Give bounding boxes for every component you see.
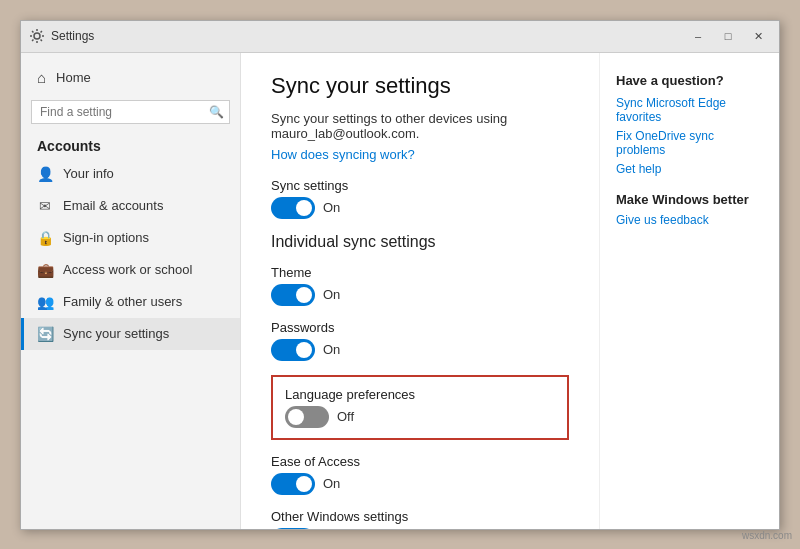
maximize-button[interactable]: □ xyxy=(715,26,741,46)
language-status: Off xyxy=(337,409,354,424)
family-users-icon: 👥 xyxy=(37,294,53,310)
title-bar-controls: – □ ✕ xyxy=(685,26,771,46)
language-toggle-row: Off xyxy=(285,406,555,428)
sync-edge-favorites-link[interactable]: Sync Microsoft Edge favorites xyxy=(616,96,763,124)
svg-point-0 xyxy=(34,33,40,39)
passwords-toggle[interactable] xyxy=(271,339,315,361)
settings-window: Settings – □ ✕ ⌂ Home 🔍 Accounts 👤 Your … xyxy=(20,20,780,530)
theme-toggle-row: On xyxy=(271,284,569,306)
content-area: ⌂ Home 🔍 Accounts 👤 Your info ✉ Email & … xyxy=(21,53,779,529)
help-title: Have a question? xyxy=(616,73,763,88)
sync-settings-row: Sync settings On xyxy=(271,178,569,219)
sidebar-item-label-family-users: Family & other users xyxy=(63,294,182,309)
title-bar: Settings – □ ✕ xyxy=(21,21,779,53)
individual-sync-title: Individual sync settings xyxy=(271,233,569,251)
sidebar-item-family-users[interactable]: 👥 Family & other users xyxy=(21,286,240,318)
sidebar: ⌂ Home 🔍 Accounts 👤 Your info ✉ Email & … xyxy=(21,53,241,529)
sign-in-icon: 🔒 xyxy=(37,230,53,246)
improve-title: Make Windows better xyxy=(616,192,763,207)
language-label: Language preferences xyxy=(285,387,555,402)
other-windows-label: Other Windows settings xyxy=(271,509,569,524)
sync-settings-label: Sync settings xyxy=(271,178,569,193)
theme-status: On xyxy=(323,287,340,302)
sidebar-home-button[interactable]: ⌂ Home xyxy=(21,61,240,94)
ease-toggle-thumb xyxy=(296,476,312,492)
ease-label: Ease of Access xyxy=(271,454,569,469)
close-button[interactable]: ✕ xyxy=(745,26,771,46)
theme-row: Theme On xyxy=(271,265,569,306)
right-panel: Have a question? Sync Microsoft Edge fav… xyxy=(599,53,779,529)
ease-row: Ease of Access On xyxy=(271,454,569,495)
page-title: Sync your settings xyxy=(271,73,569,99)
search-icon: 🔍 xyxy=(209,105,224,119)
home-label: Home xyxy=(56,70,91,85)
sidebar-item-access-work[interactable]: 💼 Access work or school xyxy=(21,254,240,286)
sidebar-item-sign-in[interactable]: 🔒 Sign-in options xyxy=(21,222,240,254)
theme-toggle[interactable] xyxy=(271,284,315,306)
passwords-toggle-row: On xyxy=(271,339,569,361)
sidebar-item-sync-settings[interactable]: 🔄 Sync your settings xyxy=(21,318,240,350)
ease-status: On xyxy=(323,476,340,491)
home-icon: ⌂ xyxy=(37,69,46,86)
main-content: Sync your settings Sync your settings to… xyxy=(241,53,599,529)
sidebar-search-container: 🔍 xyxy=(31,100,230,124)
sidebar-item-label-your-info: Your info xyxy=(63,166,114,181)
passwords-row: Passwords On xyxy=(271,320,569,361)
sync-description: Sync your settings to other devices usin… xyxy=(271,111,569,141)
fix-onedrive-link[interactable]: Fix OneDrive sync problems xyxy=(616,129,763,157)
watermark: wsxdn.com xyxy=(742,530,792,541)
language-toggle-thumb xyxy=(288,409,304,425)
sync-settings-status: On xyxy=(323,200,340,215)
ease-toggle[interactable] xyxy=(271,473,315,495)
sidebar-item-label-sync-settings: Sync your settings xyxy=(63,326,169,341)
title-bar-title: Settings xyxy=(51,29,94,43)
sync-settings-toggle-row: On xyxy=(271,197,569,219)
settings-window-icon xyxy=(29,28,45,44)
other-windows-toggle[interactable] xyxy=(271,528,315,529)
other-windows-row: Other Windows settings On xyxy=(271,509,569,529)
theme-label: Theme xyxy=(271,265,569,280)
sync-settings-icon: 🔄 xyxy=(37,326,53,342)
language-toggle[interactable] xyxy=(285,406,329,428)
search-input[interactable] xyxy=(31,100,230,124)
sidebar-item-email-accounts[interactable]: ✉ Email & accounts xyxy=(21,190,240,222)
sidebar-item-your-info[interactable]: 👤 Your info xyxy=(21,158,240,190)
language-highlighted-row: Language preferences Off xyxy=(271,375,569,440)
sync-settings-toggle[interactable] xyxy=(271,197,315,219)
sidebar-item-label-sign-in: Sign-in options xyxy=(63,230,149,245)
sidebar-item-label-email-accounts: Email & accounts xyxy=(63,198,163,213)
give-feedback-link[interactable]: Give us feedback xyxy=(616,213,763,227)
title-bar-left: Settings xyxy=(29,28,94,44)
your-info-icon: 👤 xyxy=(37,166,53,182)
get-help-link[interactable]: Get help xyxy=(616,162,763,176)
sidebar-section-label: Accounts xyxy=(21,130,240,158)
passwords-toggle-thumb xyxy=(296,342,312,358)
passwords-label: Passwords xyxy=(271,320,569,335)
theme-toggle-thumb xyxy=(296,287,312,303)
how-syncing-link[interactable]: How does syncing work? xyxy=(271,147,415,162)
sync-settings-toggle-thumb xyxy=(296,200,312,216)
ease-toggle-row: On xyxy=(271,473,569,495)
minimize-button[interactable]: – xyxy=(685,26,711,46)
sidebar-item-label-access-work: Access work or school xyxy=(63,262,192,277)
email-accounts-icon: ✉ xyxy=(37,198,53,214)
access-work-icon: 💼 xyxy=(37,262,53,278)
passwords-status: On xyxy=(323,342,340,357)
other-windows-toggle-row: On xyxy=(271,528,569,529)
